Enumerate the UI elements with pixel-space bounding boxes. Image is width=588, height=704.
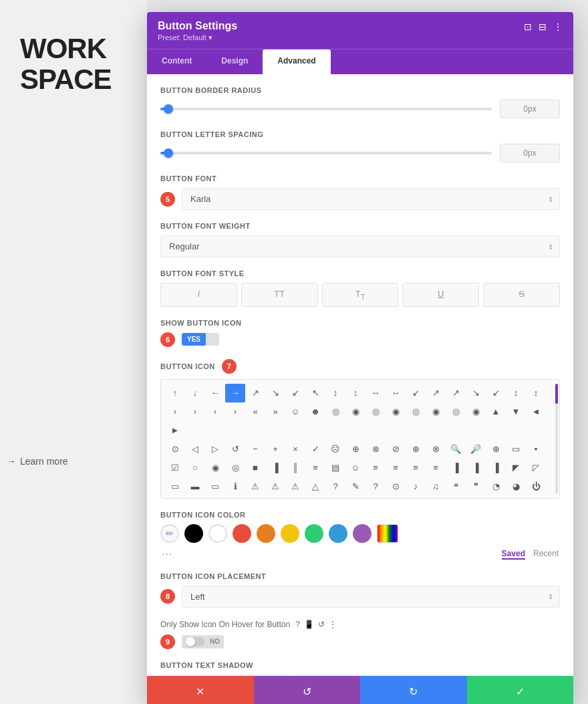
- icon-q3[interactable]: ?: [365, 477, 386, 494]
- icon-music1[interactable]: ♪: [406, 477, 426, 494]
- icon-plus[interactable]: +: [265, 440, 285, 459]
- icon-warn3[interactable]: ⚠: [285, 477, 305, 494]
- icon-clk2[interactable]: ◕: [506, 477, 526, 494]
- icon-se[interactable]: ↘: [265, 384, 285, 402]
- reset-icon[interactable]: ↺: [318, 620, 325, 629]
- icon-right[interactable]: →: [225, 384, 245, 402]
- icon-eq[interactable]: ≡: [305, 459, 325, 477]
- icon-radio[interactable]: ○: [185, 459, 205, 477]
- icon-ud2[interactable]: ↕: [506, 384, 526, 402]
- icon-tri[interactable]: △: [305, 477, 325, 494]
- icon-nw[interactable]: ↖: [305, 384, 325, 402]
- recent-tab[interactable]: Recent: [533, 549, 559, 560]
- icon-search3[interactable]: ⊕: [486, 440, 506, 459]
- icon-tri-up[interactable]: ▲: [486, 402, 506, 421]
- icon-smiley2[interactable]: ☻: [305, 402, 325, 421]
- icon-placement-select[interactable]: Left Right: [182, 586, 560, 608]
- saved-tab[interactable]: Saved: [502, 549, 525, 560]
- border-radius-value[interactable]: 0px: [500, 100, 560, 118]
- modal-preset[interactable]: Preset: Default ▾: [158, 33, 237, 42]
- swatch-blue[interactable]: [329, 524, 347, 543]
- icon-lr2[interactable]: ↔: [386, 384, 406, 402]
- icon-play1[interactable]: ⊙: [165, 440, 185, 459]
- icon-down[interactable]: ↓: [185, 384, 205, 402]
- icon-refresh[interactable]: ↺: [225, 440, 245, 459]
- tab-advanced[interactable]: Advanced: [263, 49, 330, 74]
- expand-icon[interactable]: ⊡: [524, 21, 532, 32]
- only-show-toggle[interactable]: NO: [182, 635, 224, 649]
- icon-radio3[interactable]: ◎: [225, 459, 245, 477]
- icon-sw3[interactable]: ↙: [486, 384, 506, 402]
- icon-slash[interactable]: ⊘: [386, 440, 406, 459]
- icon-circle3[interactable]: ◎: [365, 402, 386, 421]
- icon-dq1[interactable]: «: [245, 402, 265, 421]
- icon-scrollbar[interactable]: [555, 384, 558, 494]
- swatch-gradient[interactable]: [377, 524, 398, 543]
- icon-circle2[interactable]: ◉: [345, 402, 365, 421]
- icon-ne[interactable]: ↗: [245, 384, 265, 402]
- font-select[interactable]: Karla Open Sans Roboto: [182, 188, 560, 210]
- letter-spacing-track[interactable]: [160, 152, 492, 154]
- strikethrough-btn[interactable]: S: [483, 283, 560, 307]
- icon-pause[interactable]: ▐: [265, 459, 285, 477]
- icon-pen[interactable]: ◤: [506, 459, 526, 477]
- color-picker-button[interactable]: ✏: [160, 524, 179, 543]
- underline-btn[interactable]: U: [402, 283, 479, 307]
- swatch-red[interactable]: [233, 524, 251, 543]
- icon-cal[interactable]: ▬: [185, 477, 205, 494]
- icon-sw[interactable]: ↙: [285, 384, 305, 402]
- icon-minus[interactable]: −: [245, 440, 265, 459]
- border-radius-track[interactable]: [160, 108, 492, 110]
- save-button[interactable]: ✓: [467, 676, 574, 704]
- more-options-icon[interactable]: ⋮: [553, 21, 563, 32]
- icon-list3[interactable]: ≡: [365, 459, 386, 477]
- icon-lang1[interactable]: ‹: [165, 402, 185, 421]
- icon-q2[interactable]: ✎: [345, 477, 365, 494]
- icon-list[interactable]: ▤: [325, 459, 345, 477]
- font-weight-select[interactable]: Regular Bold Light: [160, 235, 560, 257]
- icon-lock[interactable]: ⏻: [526, 477, 546, 494]
- icon-cols2[interactable]: ▐: [466, 459, 486, 477]
- show-icon-toggle[interactable]: YES: [182, 333, 219, 346]
- icon-smiley1[interactable]: ☺: [285, 402, 305, 421]
- icon-q4[interactable]: ❝: [446, 477, 466, 494]
- help-icon[interactable]: ?: [295, 620, 300, 629]
- icon-ne3[interactable]: ↗: [446, 384, 466, 402]
- swatch-orange[interactable]: [257, 524, 275, 543]
- icon-rect2[interactable]: ▪: [526, 440, 546, 459]
- icon-up[interactable]: ↑: [165, 384, 185, 402]
- icon-tri-down[interactable]: ▼: [506, 402, 526, 421]
- icon-list5[interactable]: ≡: [406, 459, 426, 477]
- icon-cols3[interactable]: ▐: [486, 459, 506, 477]
- icon-list2[interactable]: ☺: [345, 459, 365, 477]
- icon-list4[interactable]: ≡: [386, 459, 406, 477]
- italic-btn[interactable]: I: [160, 283, 237, 307]
- icon-info[interactable]: ℹ: [225, 477, 245, 494]
- capitalize-btn[interactable]: TT: [322, 283, 399, 307]
- icon-lang3[interactable]: ‹: [205, 402, 225, 421]
- icon-ud3[interactable]: ↕: [526, 384, 546, 402]
- icon-circle5[interactable]: ◎: [406, 402, 426, 421]
- icon-warn2[interactable]: ⚠: [265, 477, 285, 494]
- icon-left[interactable]: ←: [205, 384, 225, 402]
- icon-check[interactable]: ✓: [305, 440, 325, 459]
- icon-play2[interactable]: ◁: [185, 440, 205, 459]
- icon-plus2[interactable]: ⊕: [345, 440, 365, 459]
- icon-lang4[interactable]: ›: [225, 402, 245, 421]
- icon-sw2[interactable]: ↙: [406, 384, 426, 402]
- redo-button[interactable]: ↻: [360, 676, 467, 704]
- icon-search2[interactable]: 🔎: [466, 440, 486, 459]
- icon-times2[interactable]: ⊗: [426, 440, 446, 459]
- icon-clk1[interactable]: ◔: [486, 477, 506, 494]
- swatch-black[interactable]: [184, 524, 203, 543]
- tab-content[interactable]: Content: [147, 49, 206, 74]
- icon-times[interactable]: ⊗: [365, 440, 386, 459]
- icon-dq2[interactable]: »: [265, 402, 285, 421]
- icon-speech1[interactable]: ⊙: [386, 477, 406, 494]
- options-icon[interactable]: ⋮: [329, 620, 337, 629]
- tab-design[interactable]: Design: [206, 49, 263, 74]
- collapse-icon[interactable]: ⊟: [539, 21, 547, 32]
- icon-circle4[interactable]: ◉: [386, 402, 406, 421]
- icon-circle8[interactable]: ◉: [466, 402, 486, 421]
- learn-more-link[interactable]: → Learn more: [7, 456, 68, 467]
